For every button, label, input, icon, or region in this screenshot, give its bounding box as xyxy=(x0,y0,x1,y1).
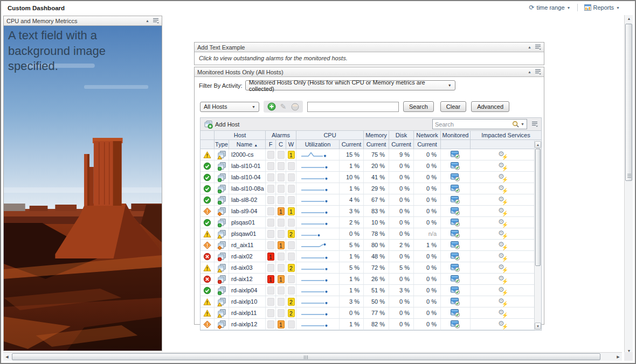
critical-alarm-badge[interactable]: 1 xyxy=(278,320,285,328)
monitored-icon[interactable] xyxy=(441,274,471,284)
monitored-icon[interactable] xyxy=(441,206,471,216)
advanced-button[interactable]: Advanced xyxy=(471,101,509,112)
time-range-control[interactable]: ⟳ time range ▼ xyxy=(529,4,571,11)
host-name[interactable]: rd-aixlp11 xyxy=(229,307,266,318)
host-name[interactable]: plsqaw01 xyxy=(229,228,266,239)
impacted-services-icon[interactable]: ⚙⚡ xyxy=(471,251,535,262)
scroll-up-icon[interactable]: ▲ xyxy=(535,141,541,148)
impacted-services-icon[interactable]: ⚙⚡ xyxy=(471,274,535,284)
scrollbar-thumb[interactable] xyxy=(625,24,632,181)
critical-alarm-badge[interactable]: 1 xyxy=(278,275,285,283)
add-list-button[interactable] xyxy=(267,102,276,111)
table-row[interactable]: plsqas012 %10 %0 %0 %⚙⚡ xyxy=(201,217,535,228)
warning-alarm-badge[interactable]: 2 xyxy=(288,264,295,272)
monitored-icon[interactable] xyxy=(441,149,471,160)
col-critical[interactable]: C xyxy=(276,140,286,149)
col-group-impacted-services[interactable]: Impacted Services xyxy=(471,131,541,140)
table-row[interactable]: rd-aix0325 %72 %5 %0 %⚙⚡ xyxy=(201,262,535,274)
impacted-services-icon[interactable]: ⚙⚡ xyxy=(471,194,535,205)
scroll-right-icon[interactable]: ▶ xyxy=(614,353,622,361)
col-group-network[interactable]: Network xyxy=(414,131,441,140)
warning-alarm-badge[interactable]: 1 xyxy=(288,207,295,215)
table-row[interactable]: lab-sl10-0410 %41 %0 %0 %⚙⚡ xyxy=(201,172,535,183)
impacted-services-icon[interactable]: ⚙⚡ xyxy=(471,149,535,160)
impacted-services-icon[interactable]: ⚙⚡ xyxy=(471,285,535,296)
scroll-down-icon[interactable]: ▼ xyxy=(535,323,541,330)
host-name[interactable]: rd-aix12 xyxy=(229,274,266,284)
impacted-services-icon[interactable]: ⚙⚡ xyxy=(471,296,535,307)
host-name[interactable]: lab-sl10-04 xyxy=(229,172,266,183)
host-name[interactable]: rd-aixlp12 xyxy=(229,319,266,330)
vertical-scrollbar[interactable]: ▲ ▼ xyxy=(624,15,633,355)
warning-alarm-badge[interactable]: 2 xyxy=(288,230,295,238)
host-name[interactable]: lab-sl10-08a xyxy=(229,183,266,194)
host-name[interactable]: lab-sl8-02 xyxy=(229,194,266,205)
host-name[interactable]: lab-sl9-04 xyxy=(229,206,266,216)
host-name[interactable]: plsqas01 xyxy=(229,217,266,228)
impacted-services-icon[interactable]: ⚙⚡ xyxy=(471,160,535,171)
monitored-icon[interactable] xyxy=(441,217,471,228)
table-row[interactable]: rd-aix12111 %26 %0 %0 %⚙⚡ xyxy=(201,274,535,285)
col-fatal[interactable]: F xyxy=(266,140,276,149)
host-name[interactable]: rd-aixlp04 xyxy=(229,285,266,296)
col-group-disk[interactable]: Disk xyxy=(389,131,414,140)
scrollbar-thumb[interactable] xyxy=(535,149,541,266)
monitored-icon[interactable] xyxy=(441,307,471,318)
edit-list-button[interactable]: ✎ xyxy=(279,102,288,111)
table-row[interactable]: rd_aix1115 %80 %2 %1 %⚙⚡ xyxy=(201,240,535,251)
col-group-cpu[interactable]: CPU xyxy=(296,131,364,140)
monitored-icon[interactable] xyxy=(441,319,471,330)
add-host-button[interactable]: Add Host xyxy=(204,120,239,129)
table-row[interactable]: rd-aixlp1023 %50 %0 %0 %⚙⚡ xyxy=(201,296,535,307)
col-memory-current[interactable]: Current xyxy=(364,140,389,149)
col-warning[interactable]: W xyxy=(286,140,296,149)
monitored-icon[interactable] xyxy=(441,240,471,250)
panel-menu-icon[interactable] xyxy=(535,43,541,52)
table-row[interactable]: rd-aixlp041 %51 %3 %0 %⚙⚡ xyxy=(201,285,535,296)
col-group-monitored[interactable]: Monitored xyxy=(441,131,471,140)
monitored-icon[interactable] xyxy=(441,296,471,307)
impacted-services-icon[interactable]: ⚙⚡ xyxy=(471,262,535,273)
col-utilization[interactable]: Utilization xyxy=(296,140,340,149)
table-row[interactable]: lab-sl9-04113 %83 %0 %0 %⚙⚡ xyxy=(201,206,535,217)
col-network-current[interactable]: Current xyxy=(414,140,441,149)
col-group-alarms[interactable]: Alarms xyxy=(266,131,296,140)
warning-alarm-badge[interactable]: 2 xyxy=(288,309,295,317)
host-name[interactable]: l2000-cs xyxy=(229,149,266,160)
monitored-icon[interactable] xyxy=(441,262,471,273)
clear-button[interactable]: Clear xyxy=(440,101,466,112)
monitored-icon[interactable] xyxy=(441,160,471,171)
monitored-icon[interactable] xyxy=(441,183,471,194)
table-row[interactable]: rd-aix0211 %48 %0 %0 %⚙⚡ xyxy=(201,251,535,262)
table-row[interactable]: l2000-cs115 %75 %9 %0 %⚙⚡ xyxy=(201,149,535,160)
chevron-down-icon[interactable]: ▼ xyxy=(521,122,524,126)
collapse-icon[interactable]: ▲ xyxy=(528,45,531,49)
host-name[interactable]: lab-sl10-01 xyxy=(229,160,266,171)
monitored-icon[interactable] xyxy=(441,194,471,205)
table-scrollbar[interactable]: ▲ ▼ xyxy=(534,141,541,330)
host-name[interactable]: rd-aix02 xyxy=(229,251,266,262)
panel-menu-icon[interactable] xyxy=(535,67,541,77)
impacted-services-icon[interactable]: ⚙⚡ xyxy=(471,240,535,250)
col-name[interactable]: Name ▲ xyxy=(229,140,266,149)
table-search-input[interactable] xyxy=(435,121,512,128)
collapse-icon[interactable]: ▲ xyxy=(146,19,149,23)
col-disk-current[interactable]: Current xyxy=(389,140,414,149)
fatal-alarm-badge[interactable]: 1 xyxy=(267,253,274,261)
monitored-icon[interactable] xyxy=(441,285,471,296)
host-name[interactable]: rd-aixlp10 xyxy=(229,296,266,307)
scrollbar-thumb[interactable] xyxy=(12,353,600,360)
impacted-services-icon[interactable]: ⚙⚡ xyxy=(471,319,535,330)
col-type[interactable]: Type xyxy=(215,140,229,149)
table-row[interactable]: rd-aixlp1211 %82 %0 %0 %⚙⚡ xyxy=(201,319,535,330)
scroll-left-icon[interactable]: ◀ xyxy=(3,353,11,361)
table-row[interactable]: lab-sl10-08a1 %29 %0 %0 %⚙⚡ xyxy=(201,183,535,194)
search-button[interactable]: Search xyxy=(403,101,434,112)
impacted-services-icon[interactable]: ⚙⚡ xyxy=(471,307,535,318)
impacted-services-icon[interactable]: ⚙⚡ xyxy=(471,217,535,228)
col-group-memory[interactable]: Memory xyxy=(364,131,389,140)
horizontal-scrollbar[interactable]: ◀ ▶ xyxy=(3,352,622,361)
alarms-link-text[interactable]: Click to view outstanding alarms for the… xyxy=(195,52,544,65)
warning-alarm-badge[interactable]: 2 xyxy=(288,298,295,306)
table-menu-icon[interactable] xyxy=(531,120,538,129)
